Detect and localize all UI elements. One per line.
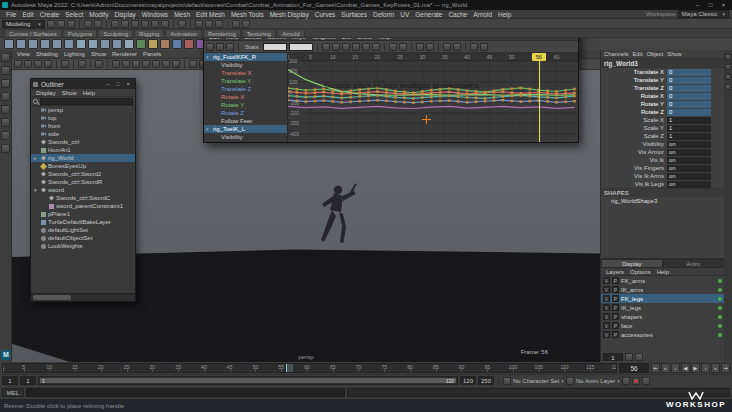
keyframe[interactable] — [484, 91, 487, 94]
safe-action-icon[interactable] — [162, 60, 170, 68]
keyframe[interactable] — [564, 89, 567, 92]
channel-value-field[interactable]: 0 — [667, 101, 711, 108]
keyframe[interactable] — [564, 96, 567, 99]
layer-playback-toggle[interactable]: P — [612, 295, 619, 302]
keyframe[interactable] — [323, 95, 326, 98]
poly-gear-icon[interactable] — [124, 39, 134, 49]
keyframe[interactable] — [439, 95, 442, 98]
keyframe[interactable] — [448, 99, 451, 102]
outliner-title-bar[interactable]: Outliner –□× — [31, 79, 135, 89]
channel-value-field[interactable]: on — [667, 141, 711, 148]
graph-channel-rotate-x[interactable]: Rotate X — [204, 93, 287, 101]
channel-box-icon[interactable] — [725, 54, 731, 60]
outliner-search-input[interactable] — [40, 98, 133, 105]
layer-menu-help[interactable]: Help — [654, 268, 672, 275]
channel-row-translate-z[interactable]: Translate Z0 — [601, 84, 724, 92]
stats-time-field[interactable] — [263, 43, 287, 51]
two-d-pan-zoom-icon[interactable] — [78, 60, 86, 68]
construction-history-icon[interactable] — [178, 20, 186, 28]
keyframe[interactable] — [385, 100, 388, 103]
channelbox-menu-channels[interactable]: Channels — [602, 50, 631, 59]
snap-to-grid-icon[interactable] — [111, 20, 119, 28]
resolution-gate-icon[interactable] — [132, 60, 140, 68]
menu-select[interactable]: Select — [62, 10, 86, 19]
channel-row-vis-ik[interactable]: Vis Ikon — [601, 156, 724, 164]
graph-channel-rotate-z[interactable]: Rotate Z — [204, 109, 287, 117]
keyframe[interactable] — [430, 96, 433, 99]
window-minimize-button[interactable]: – — [691, 0, 704, 10]
multi-cut-icon[interactable] — [184, 39, 194, 49]
poly-torus-icon[interactable] — [52, 39, 62, 49]
layer-row-shapers[interactable]: VPshapers — [601, 312, 724, 321]
shelf-tab-texturing[interactable]: Texturing — [242, 29, 276, 37]
clamped-tangents-icon[interactable] — [332, 43, 340, 51]
tool-settings-icon[interactable] — [725, 74, 731, 80]
insert-keys-tool-icon[interactable] — [216, 43, 224, 51]
anim-layer-selector[interactable]: No Anim Layer ▾ — [566, 377, 620, 385]
scale-tool-icon[interactable] — [1, 118, 10, 127]
bookmark-icon[interactable] — [44, 60, 52, 68]
graph-channel-rig-footikfk-r[interactable]: ▾rig_FootIKFK_R — [204, 53, 287, 61]
channel-row-translate-y[interactable]: Translate Y0 — [601, 76, 724, 84]
window-close-button[interactable]: × — [717, 0, 730, 10]
selected-object-name[interactable]: rig_World3 — [601, 59, 724, 68]
poly-pipe-icon[interactable] — [100, 39, 110, 49]
keyframe[interactable] — [394, 96, 397, 99]
keyframe[interactable] — [412, 97, 415, 100]
keyframe[interactable] — [546, 100, 549, 103]
snap-to-point-icon[interactable] — [131, 20, 139, 28]
outliner-item-side[interactable]: side — [31, 130, 135, 138]
channel-value-field[interactable]: 1 — [667, 125, 711, 132]
modeling-toolkit-icon[interactable] — [725, 84, 731, 90]
image-plane-icon[interactable] — [61, 60, 69, 68]
render-current-frame-icon[interactable] — [195, 20, 203, 28]
graph-channel-rotate-y[interactable]: Rotate Y — [204, 101, 287, 109]
menu-uv[interactable]: UV — [397, 10, 412, 19]
auto-keyframe-icon[interactable] — [632, 377, 640, 385]
keyframe[interactable] — [358, 100, 361, 103]
camera-attributes-icon[interactable] — [34, 60, 42, 68]
playback-start-field[interactable]: 1 — [20, 376, 36, 385]
graph-current-frame-flag[interactable]: 56 — [532, 53, 546, 61]
keyframe[interactable] — [466, 96, 469, 99]
layer-visibility-toggle[interactable]: V — [603, 331, 610, 338]
keyframe[interactable] — [564, 92, 567, 95]
keyframe[interactable] — [305, 100, 308, 103]
keyframe[interactable] — [340, 91, 343, 94]
layer-visibility-toggle[interactable]: V — [603, 322, 610, 329]
paint-effects-icon[interactable] — [232, 20, 240, 28]
character-model[interactable] — [312, 182, 360, 254]
shelf-tab-curves-surfaces[interactable]: Curves / Surfaces — [4, 29, 62, 37]
keyframe[interactable] — [376, 99, 379, 102]
poly-plane-icon[interactable] — [64, 39, 74, 49]
channel-row-vis-armor[interactable]: Vis Armoron — [601, 148, 724, 156]
channel-value-field[interactable]: on — [667, 165, 711, 172]
keyframe[interactable] — [493, 99, 496, 102]
menu-mesh-tools[interactable]: Mesh Tools — [228, 10, 267, 19]
keyframe[interactable] — [412, 101, 415, 104]
graph-channel-translate-y[interactable]: Translate Y — [204, 77, 287, 85]
play-backward-button[interactable]: ◀ — [681, 363, 690, 373]
snap-to-projected-center-icon[interactable] — [141, 20, 149, 28]
keyframe[interactable] — [331, 96, 334, 99]
channel-row-rotate-x[interactable]: Rotate X0 — [601, 92, 724, 100]
go-to-start-button[interactable]: ⇤ — [651, 363, 660, 373]
panel-menu-show[interactable]: Show — [88, 50, 109, 59]
keyframe[interactable] — [555, 90, 558, 93]
super-ellipse-icon[interactable] — [148, 39, 158, 49]
keyframe[interactable] — [502, 95, 505, 98]
snap-to-view-plane-icon[interactable] — [151, 20, 159, 28]
keyframe[interactable] — [421, 90, 424, 93]
step-back-key-button[interactable]: « — [661, 363, 670, 373]
menu-generate[interactable]: Generate — [412, 10, 445, 19]
keyframe[interactable] — [394, 90, 397, 93]
channel-row-scale-x[interactable]: Scale X1 — [601, 116, 724, 124]
quad-draw-icon[interactable] — [172, 39, 182, 49]
lock-camera-icon[interactable] — [24, 60, 32, 68]
layer-visibility-toggle[interactable]: V — [603, 295, 610, 302]
step-forward-key-button[interactable]: » — [711, 363, 720, 373]
shape-node-name[interactable]: rig_WorldShape3 — [601, 197, 724, 205]
range-slider-bar[interactable]: 1 120 — [40, 378, 456, 383]
rotate-tool-icon[interactable] — [1, 105, 10, 114]
outliner-item-swords-ctrl-swordc[interactable]: Swords_ctrl:SwordC — [31, 194, 135, 202]
